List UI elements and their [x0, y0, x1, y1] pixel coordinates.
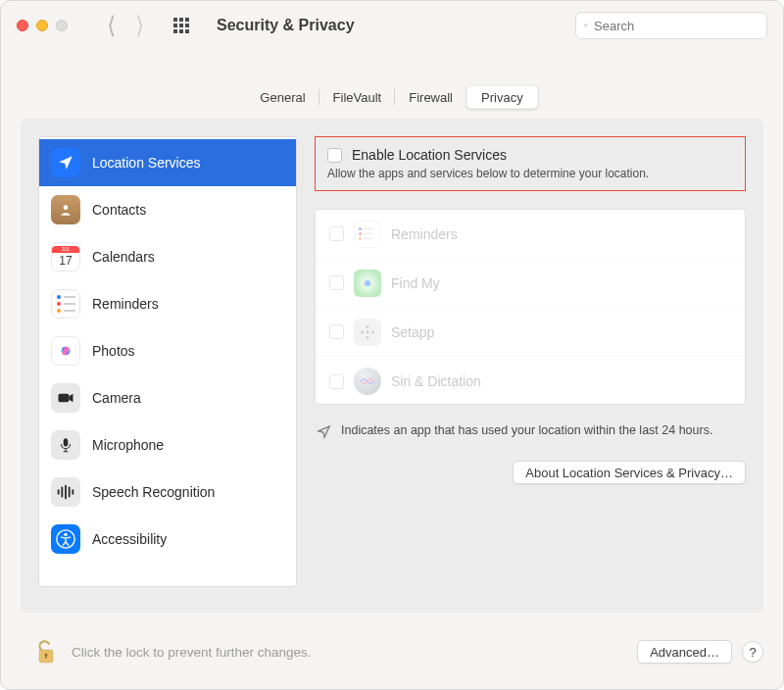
svg-rect-27 [45, 655, 47, 659]
search-icon [584, 19, 588, 32]
content-area: Location Services Contacts JUL 17 [1, 109, 783, 689]
enable-location-checkbox[interactable] [327, 148, 342, 163]
app-name-label: Setapp [391, 324, 434, 340]
svg-point-19 [64, 533, 67, 536]
sidebar-item-label: Speech Recognition [92, 484, 215, 500]
sidebar-item-speech-recognition[interactable]: Speech Recognition [39, 468, 296, 516]
tab-firewall[interactable]: Firewall [395, 85, 466, 109]
location-arrow-icon [51, 148, 80, 177]
titlebar: ⟨ ⟩ Security & Privacy [1, 1, 783, 50]
microphone-icon [51, 430, 80, 460]
minimize-window-button[interactable] [36, 20, 48, 31]
indicator-text: Indicates an app that has used your loca… [341, 422, 712, 439]
sidebar-item-photos[interactable]: Photos [39, 327, 296, 374]
app-checkbox[interactable] [329, 226, 344, 241]
window-title: Security & Privacy [217, 17, 355, 34]
reminders-icon [354, 221, 381, 248]
svg-point-0 [585, 25, 587, 26]
forward-button[interactable]: ⟩ [135, 12, 144, 39]
sidebar-item-camera[interactable]: Camera [39, 374, 296, 421]
search-input-container[interactable] [575, 12, 767, 39]
app-item-setapp: Setapp [316, 308, 745, 357]
sidebar-item-label: Reminders [92, 296, 159, 312]
sidebar-item-contacts[interactable]: Contacts [39, 186, 296, 233]
search-input[interactable] [594, 19, 759, 33]
app-item-siri: Siri & Dictation [316, 357, 745, 405]
sidebar-item-reminders[interactable]: Reminders [39, 280, 296, 327]
privacy-categories-sidebar[interactable]: Location Services Contacts JUL 17 [38, 136, 297, 587]
svg-rect-12 [64, 438, 69, 446]
show-all-preferences-icon[interactable] [173, 18, 189, 33]
setapp-icon [354, 319, 381, 346]
tab-privacy[interactable]: Privacy [466, 85, 538, 109]
camera-icon [51, 383, 80, 413]
sidebar-item-calendars[interactable]: JUL 17 Calendars [39, 233, 296, 280]
enable-location-row: Enable Location Services [327, 147, 731, 163]
svg-rect-24 [370, 330, 374, 334]
sidebar-item-microphone[interactable]: Microphone [39, 421, 296, 468]
app-item-reminders: Reminders [316, 210, 745, 259]
about-location-button[interactable]: About Location Services & Privacy… [513, 461, 746, 484]
tabs-row: General FileVault Firewall Privacy [1, 85, 783, 109]
tab-general[interactable]: General [246, 85, 318, 109]
app-name-label: Siri & Dictation [391, 373, 481, 389]
close-window-button[interactable] [17, 20, 28, 31]
sidebar-item-label: Camera [92, 390, 141, 406]
sidebar-item-label: Photos [92, 343, 135, 359]
sidebar-item-accessibility[interactable]: Accessibility [39, 516, 296, 563]
traffic-lights [17, 20, 68, 31]
app-list[interactable]: Reminders Find My [315, 209, 746, 405]
enable-location-subtitle: Allow the apps and services below to det… [327, 167, 731, 180]
calendar-icon: JUL 17 [51, 242, 80, 271]
app-name-label: Find My [391, 275, 440, 291]
sidebar-item-label: Calendars [92, 249, 155, 265]
enable-location-label: Enable Location Services [352, 147, 507, 163]
bottom-bar: Click the lock to prevent further change… [21, 630, 763, 673]
sidebar-item-label: Location Services [92, 155, 201, 171]
indicator-row: Indicates an app that has used your loca… [315, 422, 746, 439]
preferences-window: ⟨ ⟩ Security & Privacy General FileVault… [0, 0, 784, 690]
contacts-icon [51, 195, 80, 224]
accessibility-icon [51, 524, 80, 554]
highlight-box: Enable Location Services Allow the apps … [315, 136, 746, 191]
app-name-label: Reminders [391, 226, 458, 242]
findmy-icon [354, 270, 381, 297]
about-button-row: About Location Services & Privacy… [315, 461, 746, 484]
lock-help-text: Click the lock to prevent further change… [72, 645, 312, 660]
help-button[interactable]: ? [742, 641, 763, 663]
inner-panel: Location Services Contacts JUL 17 [21, 119, 763, 613]
sidebar-item-label: Accessibility [92, 531, 167, 547]
segmented-control: General FileVault Firewall Privacy [246, 85, 537, 109]
svg-line-1 [586, 25, 587, 26]
sidebar-item-label: Contacts [92, 202, 146, 218]
sidebar-item-label: Microphone [92, 437, 164, 453]
app-checkbox[interactable] [329, 324, 344, 339]
app-checkbox[interactable] [329, 275, 344, 290]
svg-rect-21 [366, 330, 369, 334]
location-arrow-icon [317, 424, 331, 439]
speech-recognition-icon [51, 477, 80, 507]
tab-filevault[interactable]: FileVault [319, 85, 396, 109]
svg-point-2 [64, 205, 69, 210]
maximize-window-button [56, 20, 68, 31]
svg-rect-11 [59, 394, 70, 402]
nav-arrows: ⟨ ⟩ [107, 12, 144, 39]
svg-rect-20 [366, 324, 369, 328]
reminders-icon [51, 289, 80, 319]
app-item-findmy: Find My [316, 259, 745, 308]
svg-rect-23 [361, 330, 365, 334]
app-checkbox[interactable] [329, 374, 344, 389]
panel-body: Location Services Contacts JUL 17 [21, 119, 763, 613]
right-panel: Enable Location Services Allow the apps … [315, 136, 746, 595]
photos-icon [51, 336, 80, 366]
advanced-button[interactable]: Advanced… [637, 640, 732, 664]
sidebar-item-location-services[interactable]: Location Services [39, 139, 296, 186]
siri-icon [354, 368, 381, 395]
back-button[interactable]: ⟨ [107, 12, 116, 39]
lock-icon[interactable] [34, 638, 58, 665]
svg-rect-22 [366, 335, 369, 339]
